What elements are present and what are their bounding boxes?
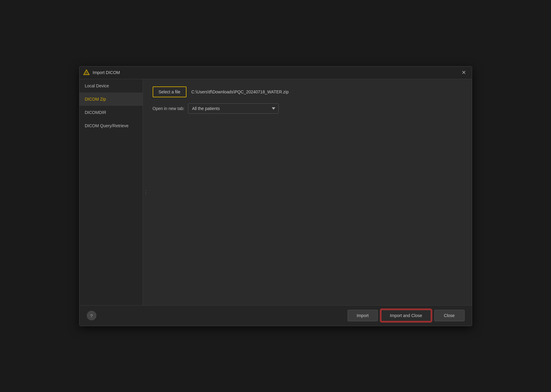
close-button[interactable]: Close [434,310,465,321]
file-row: Select a file C:\Users\tf\Downloads\PQC_… [153,86,462,97]
patients-select[interactable]: All the patients First patient only Ask … [188,103,279,114]
sidebar-item-local-device[interactable]: Local Device [79,79,143,92]
title-bar: Import DICOM ✕ [79,66,472,79]
sidebar: Local Device DICOM Zip DICOMDIR DICOM Qu… [79,79,143,305]
open-tab-row: Open in new tab: All the patients First … [153,103,462,114]
sidebar-item-dicomdir[interactable]: DICOMDIR [79,106,143,119]
help-button[interactable]: ? [87,311,96,320]
app-logo [83,69,90,76]
resize-handle[interactable]: ⋮ [143,190,148,195]
file-path: C:\Users\tf\Downloads\PQC_20240718_WATER… [191,89,289,94]
import-button[interactable]: Import [348,310,378,321]
sidebar-item-dicom-zip[interactable]: DICOM Zip [79,92,143,106]
select-file-button[interactable]: Select a file [153,86,186,97]
dialog-title: Import DICOM [93,70,460,75]
dialog-body: Local Device DICOM Zip DICOMDIR DICOM Qu… [79,79,472,305]
dialog-footer: ? Import Import and Close Close [79,305,472,326]
import-and-close-button[interactable]: Import and Close [381,309,431,322]
import-dicom-dialog: Import DICOM ✕ Local Device DICOM Zip DI… [79,66,472,326]
close-icon[interactable]: ✕ [460,68,468,77]
main-content: ⋮ Select a file C:\Users\tf\Downloads\PQ… [143,79,472,305]
sidebar-item-dicom-query-retrieve[interactable]: DICOM Query/Retrieve [79,119,143,132]
open-tab-label: Open in new tab: [153,106,185,111]
